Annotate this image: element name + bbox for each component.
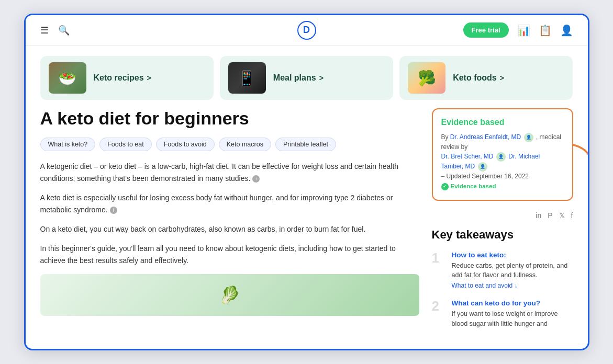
keto-foods-thumbnail: 🥦 [408,62,445,94]
meal-plans-card[interactable]: 📱 Meal plans > [220,56,393,100]
author1-avatar: 👤 [524,133,533,142]
article-paragraph-2: A keto diet is especially useful for los… [40,192,419,216]
logo-letter: D [303,25,310,36]
author3-avatar: 👤 [478,162,487,172]
keto-recipes-thumbnail: 🥗 [49,62,86,94]
author2-avatar: 👤 [496,152,506,162]
svg-marker-0 [588,168,589,176]
search-icon[interactable]: 🔍 [58,25,70,36]
author1-link[interactable]: Dr. Andreas Eenfeldt, MD [450,133,521,141]
main-content: A keto diet for beginners What is keto? … [26,108,588,348]
meal-plans-image: 📱 [228,62,266,94]
tag-row: What is keto? Foods to eat Foods to avoi… [40,138,419,151]
document-icon[interactable]: 📋 [539,24,552,37]
keto-foods-label: Keto foods > [453,73,504,83]
info-icon-2[interactable]: i [110,207,117,214]
takeaway-text-2: If you want to lose weight or improve bl… [452,309,573,329]
keto-recipes-label: Keto recipes > [94,73,151,83]
article-title: A keto diet for beginners [40,108,419,129]
info-icon-1[interactable]: i [252,175,260,183]
updated-text: – Updated September 16, 2022 [441,173,529,180]
article-paragraph-4: In this beginner's guide, you'll learn a… [40,243,419,267]
pinterest-icon[interactable]: P [548,211,552,220]
header-left: ☰ 🔍 [40,25,70,36]
free-trial-button[interactable]: Free trial [463,22,509,38]
article-paragraph-1: A ketogenic diet – or keto diet – is a l… [40,161,419,185]
logo[interactable]: D [297,21,316,40]
by-text: By [441,133,449,141]
takeaway-number-1: 1 [432,251,444,290]
meal-plans-label: Meal plans > [273,73,324,83]
keto-foods-image: 🥦 [408,62,445,94]
tag-foods-to-avoid[interactable]: Foods to avoid [156,138,215,151]
keto-recipes-arrow: > [147,74,151,82]
category-cards: 🥗 Keto recipes > 📱 Meal plans > 🥦 Keto f… [26,46,588,108]
takeaway-content-1: How to eat keto: Reduce carbs, get plent… [452,251,573,290]
takeaway-text-1: Reduce carbs, get plenty of protein, and… [452,261,573,281]
tag-printable-leaflet[interactable]: Printable leaflet [275,138,336,151]
browser-frame: ☰ 🔍 D Free trial 📊 📋 👤 🥗 Keto recipes > [24,14,589,350]
twitter-icon[interactable]: 𝕏 [559,211,565,220]
tag-foods-to-eat[interactable]: Foods to eat [99,138,152,151]
sidebar: Evidence based By Dr. Andreas Eenfeldt, … [432,108,573,338]
tag-what-is-keto[interactable]: What is keto? [40,138,96,151]
header-right: Free trial 📊 📋 👤 [463,22,573,38]
article-section: A keto diet for beginners What is keto? … [40,108,419,338]
takeaway-item-1: 1 How to eat keto: Reduce carbs, get ple… [432,251,573,290]
bar-chart-icon[interactable]: 📊 [517,24,530,37]
evidence-badge: Evidence based [441,182,496,191]
article-paragraph-3: On a keto diet, you cut way back on carb… [40,223,419,235]
evidence-body: By Dr. Andreas Eenfeldt, MD 👤 , medical … [441,132,564,191]
author2-link[interactable]: Dr. Bret Scher, MD [441,153,494,160]
meal-plans-arrow: > [319,74,324,82]
keto-recipes-card[interactable]: 🥗 Keto recipes > [40,56,214,100]
logo-circle: D [297,21,316,40]
takeaway-number-2: 2 [432,299,444,329]
takeaway-content-2: What can keto do for you? If you want to… [452,299,573,329]
key-takeaways: Key takeaways 1 How to eat keto: Reduce … [432,228,573,329]
takeaway-item-2: 2 What can keto do for you? If you want … [432,299,573,329]
takeaway-heading-1: How to eat keto: [452,251,573,259]
keto-foods-card[interactable]: 🥦 Keto foods > [399,56,573,100]
hamburger-icon[interactable]: ☰ [40,25,49,36]
meal-plans-thumbnail: 📱 [228,62,266,94]
takeaway-heading-2: What can keto do for you? [452,299,573,307]
social-icons: in P 𝕏 f [432,211,573,220]
header: ☰ 🔍 D Free trial 📊 📋 👤 [26,15,588,46]
linkedin-icon[interactable]: in [536,211,541,220]
user-icon[interactable]: 👤 [560,24,573,37]
evidence-card: Evidence based By Dr. Andreas Eenfeldt, … [432,108,573,200]
facebook-icon[interactable]: f [571,211,573,220]
article-image: 🥬 [40,274,419,316]
keto-foods-arrow: > [500,74,504,82]
key-takeaways-title: Key takeaways [432,228,573,242]
tag-keto-macros[interactable]: Keto macros [219,138,271,151]
evidence-title: Evidence based [441,118,564,127]
keto-recipes-image: 🥗 [49,62,86,94]
arrow-annotation [568,140,589,181]
takeaway-link-1[interactable]: What to eat and avoid ↓ [452,282,518,289]
